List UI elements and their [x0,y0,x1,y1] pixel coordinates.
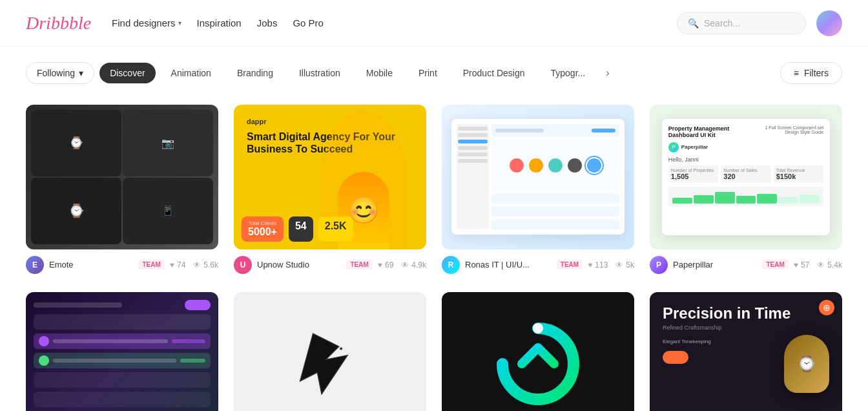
card-stats-paperpillar: ♥ 57 👁 5.4k [794,260,842,269]
creator-name-ronas: Ronas IT | UI/U... [465,260,552,269]
card-lightning[interactable] [234,292,426,412]
creator-avatar-ronas: R [442,256,460,274]
category-mobile[interactable]: Mobile [356,63,403,83]
likes-paperpillar: ♥ 57 [794,260,809,269]
category-illustration[interactable]: Illustration [289,63,351,83]
category-animation[interactable]: Animation [161,63,222,83]
eye-icon: 👁 [401,260,409,269]
team-badge-emote: TEAM [138,260,164,269]
team-badge-ronas: TEAM [557,260,583,269]
likes-emote: ♥ 74 [170,260,185,269]
nav-find-designers[interactable]: Find designers ▾ [112,17,181,28]
pp-dashboard: Property Management Dashboard UI Kit 1 F… [662,119,830,235]
emote-cell-4: 📱 [123,178,213,244]
svg-point-1 [533,323,543,333]
views-emote: 👁 5.6k [193,260,218,269]
search-bar[interactable]: 🔍 Search... [677,12,806,34]
discover-filter-button[interactable]: Discover [99,63,155,83]
card-image-paperpillar: Property Management Dashboard UI Kit 1 F… [650,105,842,249]
card-footer-ronas: R Ronas IT | UI/U... TEAM ♥ 113 👁 5k [442,249,634,277]
header-right: 🔍 Search... [677,10,842,36]
emote-cell-1: ⌚ [31,110,121,176]
team-badge-paperpillar: TEAM [762,260,788,269]
heart-icon: ♥ [794,260,798,269]
eye-icon: 👁 [615,260,623,269]
header: Dribbble Find designers ▾ Inspiration Jo… [0,0,868,47]
card-stats-ronas: ♥ 113 👁 5k [588,260,634,269]
card-image-dark-dashboard [26,292,218,412]
nav-go-pro[interactable]: Go Pro [293,17,324,28]
chevron-down-icon: ▾ [79,68,83,78]
lightning-svg-icon [273,321,388,407]
filters-button[interactable]: ≡ Filters [780,62,842,84]
card-stats-upnow: ♥ 69 👁 4.9k [378,260,426,269]
card-ronas[interactable]: R Ronas IT | UI/U... TEAM ♥ 113 👁 5k [442,105,634,277]
nav-jobs[interactable]: Jobs [257,17,278,28]
category-product-design[interactable]: Product Design [453,63,535,83]
creator-name-emote: Emote [49,260,133,269]
card-footer-emote: E Emote TEAM ♥ 74 👁 5.6k [26,249,218,277]
likes-ronas: ♥ 113 [588,260,608,269]
dashboard-mini [451,119,625,235]
card-image-green-logo [442,292,634,412]
emote-cell-3: ⌚ [31,178,121,244]
creator-name-upnow: Upnow Studio [257,260,341,269]
green-logo-svg [496,322,580,406]
dribbble-logo[interactable]: Dribbble [26,13,91,34]
creator-avatar-upnow: U [234,256,252,274]
search-icon: 🔍 [688,18,699,28]
card-watch-promo[interactable]: Precision in Time Refined Craftsmanship … [650,292,842,412]
dark-dashboard-content [26,292,218,412]
chevron-down-icon: ▾ [178,19,181,26]
card-image-ronas [442,105,634,249]
shots-grid: ⌚ 📷 ⌚ 📱 E Emote TEAM ♥ 74 👁 [0,94,868,411]
dash-main [491,124,619,229]
creator-avatar-emote: E [26,256,44,274]
card-emote[interactable]: ⌚ 📷 ⌚ 📱 E Emote TEAM ♥ 74 👁 [26,105,218,277]
heart-icon: ♥ [170,260,174,269]
user-avatar[interactable] [816,10,842,36]
card-paperpillar[interactable]: Property Management Dashboard UI Kit 1 F… [650,105,842,277]
card-stats-emote: ♥ 74 👁 5.6k [170,260,218,269]
svg-point-0 [340,348,342,350]
likes-upnow: ♥ 69 [378,260,393,269]
card-image-emote: ⌚ 📷 ⌚ 📱 [26,105,218,249]
views-upnow: 👁 4.9k [401,260,426,269]
more-categories-button[interactable]: › [601,65,614,81]
filter-lines-icon: ≡ [794,68,799,78]
views-paperpillar: 👁 5.4k [817,260,842,269]
category-typography[interactable]: Typogr... [541,63,596,83]
search-placeholder: Search... [704,18,740,28]
emote-cell-2: 📷 [123,110,213,176]
card-green-logo[interactable] [442,292,634,412]
card-upnow[interactable]: dappr Smart Digital Agency For Your Busi… [234,105,426,277]
card-dark-dashboard[interactable] [26,292,218,412]
creator-avatar-paperpillar: P [650,256,668,274]
team-badge-upnow: TEAM [346,260,372,269]
card-footer-paperpillar: P Paperpillar TEAM ♥ 57 👁 5.4k [650,249,842,277]
card-image-lightning [234,292,426,412]
eye-icon: 👁 [193,260,201,269]
upnow-stats: Total Clients 5000+ 54 2.5K [242,216,353,242]
views-ronas: 👁 5k [615,260,634,269]
card-footer-upnow: U Upnow Studio TEAM ♥ 69 👁 4.9k [234,249,426,277]
category-print[interactable]: Print [408,63,448,83]
card-image-watch-promo: Precision in Time Refined Craftsmanship … [650,292,842,412]
following-filter-button[interactable]: Following ▾ [26,62,94,84]
nav-inspiration[interactable]: Inspiration [197,17,242,28]
eye-icon: 👁 [817,260,825,269]
category-branding[interactable]: Branding [227,63,284,83]
heart-icon: ♥ [378,260,382,269]
dash-sidebar [457,124,489,229]
main-nav: Find designers ▾ Inspiration Jobs Go Pro [112,17,656,28]
heart-icon: ♥ [588,260,592,269]
filter-bar: Following ▾ Discover Animation Branding … [0,47,868,94]
creator-name-paperpillar: Paperpillar [673,260,757,269]
card-image-upnow: dappr Smart Digital Agency For Your Busi… [234,105,426,249]
